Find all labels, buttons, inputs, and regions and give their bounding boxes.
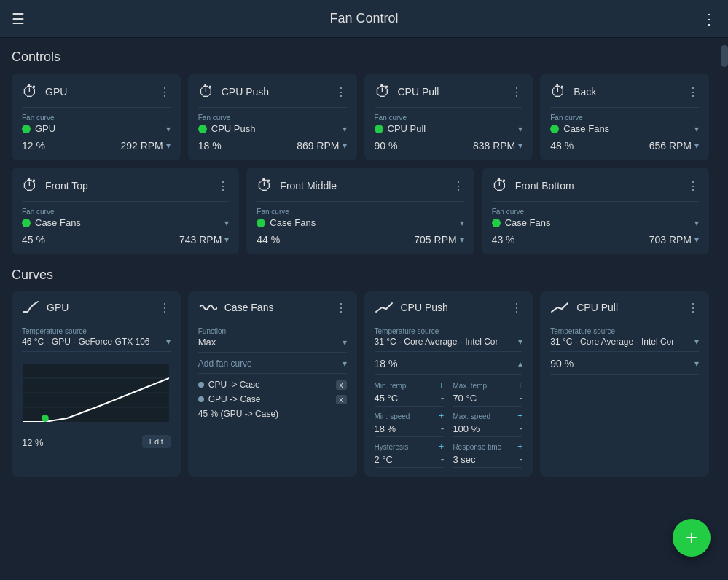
- max-speed-minus[interactable]: -: [520, 423, 523, 434]
- cpu-pull-menu-icon[interactable]: ⋮: [511, 85, 522, 99]
- max-temp-plus[interactable]: +: [517, 380, 522, 391]
- back-rpm-chevron[interactable]: ▾: [694, 141, 699, 151]
- cpu-push-curve-menu-icon[interactable]: ⋮: [511, 301, 522, 315]
- cpu-pull-pct-chevron[interactable]: ▾: [694, 358, 699, 369]
- case-fans-function-label: Function: [198, 327, 347, 335]
- remove-cpu-case-button[interactable]: x: [336, 380, 347, 390]
- min-speed-label: Min. speed: [375, 412, 410, 420]
- cpu-pull-card-stats: 90 % 838 RPM ▾: [375, 140, 523, 152]
- gpu-curve-menu-icon[interactable]: ⋮: [159, 301, 171, 315]
- cpu-pull-curve-menu-icon[interactable]: ⋮: [687, 301, 699, 315]
- front-middle-pct: 44 %: [257, 234, 280, 246]
- scrollbar-thumb[interactable]: [721, 45, 728, 67]
- add-fab-button[interactable]: +: [673, 519, 711, 557]
- max-temp-value-row: 70 °C -: [453, 392, 522, 407]
- gpu-menu-icon[interactable]: ⋮: [159, 85, 171, 99]
- front-bottom-menu-icon[interactable]: ⋮: [687, 179, 699, 193]
- back-pct: 48 %: [550, 140, 574, 152]
- case-fans-curve-menu-icon[interactable]: ⋮: [335, 301, 347, 315]
- min-temp-minus[interactable]: -: [441, 392, 445, 404]
- cpu-pull-curve-source-arrow[interactable]: ▾: [694, 337, 699, 347]
- gpu-chart: [22, 364, 171, 422]
- front-top-card-title: Front Top: [45, 180, 88, 192]
- scrollbar-track[interactable]: [721, 38, 728, 580]
- min-speed-plus[interactable]: +: [439, 411, 444, 421]
- min-temp-plus[interactable]: +: [439, 380, 444, 391]
- front-top-rpm-chevron[interactable]: ▾: [224, 235, 229, 245]
- front-bottom-status-dot: [492, 219, 501, 227]
- cpu-push-detail-params: Min. temp. + 45 °C - Max. temp. +: [375, 380, 523, 468]
- cpu-push-fan-curve-value: CPU Push: [211, 123, 338, 134]
- card-header-front-top: ⏱ Front Top ⋮: [22, 176, 229, 202]
- cpu-push-rpm: 869 RPM ▾: [297, 140, 346, 152]
- back-rpm: 656 RPM ▾: [649, 140, 699, 152]
- cpu-push-detail-pct-row: 18 % ▴: [375, 358, 523, 375]
- card-header-cpu-push: ⏱ CPU Push ⋮: [198, 82, 347, 108]
- gpu-curve-source-arrow[interactable]: ▾: [166, 337, 171, 347]
- gpu-curve-edit-button[interactable]: Edit: [142, 435, 171, 448]
- max-temp-minus[interactable]: -: [520, 392, 523, 404]
- cpu-push-status-dot: [198, 125, 207, 133]
- min-temp-label: Min. temp.: [375, 382, 409, 390]
- front-top-dropdown-arrow[interactable]: ▾: [224, 218, 229, 228]
- cpu-push-card-title: CPU Push: [222, 86, 269, 98]
- front-bottom-card-stats: 43 % 703 RPM ▾: [492, 234, 699, 246]
- cpu-push-rpm-chevron[interactable]: ▾: [343, 141, 347, 151]
- min-temp-label-row: Min. temp. +: [375, 380, 445, 391]
- speedometer-icon-front-top: ⏱: [22, 176, 38, 195]
- hamburger-icon[interactable]: ☰: [12, 12, 25, 26]
- curves-section: Curves GPU ⋮ Temperature source: [12, 267, 709, 477]
- front-middle-status-dot: [257, 219, 265, 227]
- case-fans-function-value: Max: [198, 337, 216, 348]
- gpu-curve-title: GPU: [47, 302, 69, 313]
- fan-curve-item-left: CPU -> Case: [198, 380, 260, 390]
- remove-gpu-case-button[interactable]: x: [336, 395, 347, 404]
- gpu-curve-source-label: Temperature source: [22, 327, 171, 335]
- min-speed-label-row: Min. speed +: [375, 411, 445, 421]
- cpu-pull-rpm-chevron[interactable]: ▾: [518, 141, 522, 151]
- add-fan-curve-arrow[interactable]: ▾: [343, 358, 347, 369]
- case-fans-function-arrow[interactable]: ▾: [343, 337, 347, 348]
- back-fan-curve-value: Case Fans: [563, 123, 690, 134]
- curve-header-cpu-push: CPU Push ⋮: [375, 300, 523, 321]
- card-title-group: ⏱ CPU Pull: [375, 82, 439, 101]
- front-top-menu-icon[interactable]: ⋮: [217, 179, 229, 193]
- cpu-pull-pct: 90 %: [375, 140, 398, 152]
- cpu-push-dropdown-arrow[interactable]: ▾: [343, 124, 347, 134]
- front-middle-fan-curve-row: Case Fans ▾: [257, 217, 463, 228]
- cpu-pull-dropdown-arrow[interactable]: ▾: [518, 124, 522, 134]
- front-middle-menu-icon[interactable]: ⋮: [453, 179, 464, 193]
- front-middle-rpm-chevron[interactable]: ▾: [460, 235, 464, 245]
- front-bottom-rpm: 703 RPM ▾: [649, 234, 699, 246]
- max-speed-plus[interactable]: +: [517, 411, 522, 421]
- front-bottom-pct: 43 %: [492, 234, 515, 246]
- back-dropdown-arrow[interactable]: ▾: [694, 124, 699, 134]
- card-title-group: ⏱ Front Middle: [257, 176, 337, 195]
- cpu-push-curve-source-arrow[interactable]: ▾: [518, 337, 522, 347]
- fan-curve-item-left: GPU -> Case: [198, 394, 261, 404]
- front-middle-card-stats: 44 % 705 RPM ▾: [257, 234, 463, 246]
- curves-grid: GPU ⋮ Temperature source 46 °C - GPU - G…: [12, 291, 709, 477]
- cpu-push-pct-chevron[interactable]: ▴: [518, 358, 522, 369]
- menu-dots-icon[interactable]: ⋮: [702, 10, 716, 28]
- gpu-dropdown-arrow[interactable]: ▾: [166, 124, 171, 134]
- fan-curve-item-cpu-case: CPU -> Case x: [198, 380, 347, 390]
- back-card-title: Back: [574, 86, 596, 98]
- hysteresis-plus[interactable]: +: [439, 442, 444, 452]
- response-minus[interactable]: -: [520, 453, 523, 465]
- gpu-curve-source-value: 46 °C - GPU - GeForce GTX 106 ▾: [22, 337, 171, 352]
- front-middle-dropdown-arrow[interactable]: ▾: [460, 218, 464, 228]
- gpu-rpm-chevron[interactable]: ▾: [166, 141, 171, 151]
- front-bottom-rpm-chevron[interactable]: ▾: [694, 235, 699, 245]
- hysteresis-minus[interactable]: -: [441, 453, 445, 465]
- front-bottom-dropdown-arrow[interactable]: ▾: [694, 218, 699, 228]
- back-menu-icon[interactable]: ⋮: [687, 85, 699, 99]
- fan-curve-item-name-2: GPU -> Case: [208, 394, 261, 404]
- min-temp-block: Min. temp. + 45 °C -: [375, 380, 445, 407]
- cpu-push-menu-icon[interactable]: ⋮: [335, 85, 347, 99]
- gpu-pct: 12 %: [22, 140, 45, 152]
- min-speed-minus[interactable]: -: [441, 423, 445, 434]
- response-plus[interactable]: +: [517, 442, 522, 452]
- curve-card-gpu: GPU ⋮ Temperature source 46 °C - GPU - G…: [12, 291, 181, 477]
- curve-card-case-fans: Case Fans ⋮ Function Max ▾ Add fan curve…: [188, 291, 357, 477]
